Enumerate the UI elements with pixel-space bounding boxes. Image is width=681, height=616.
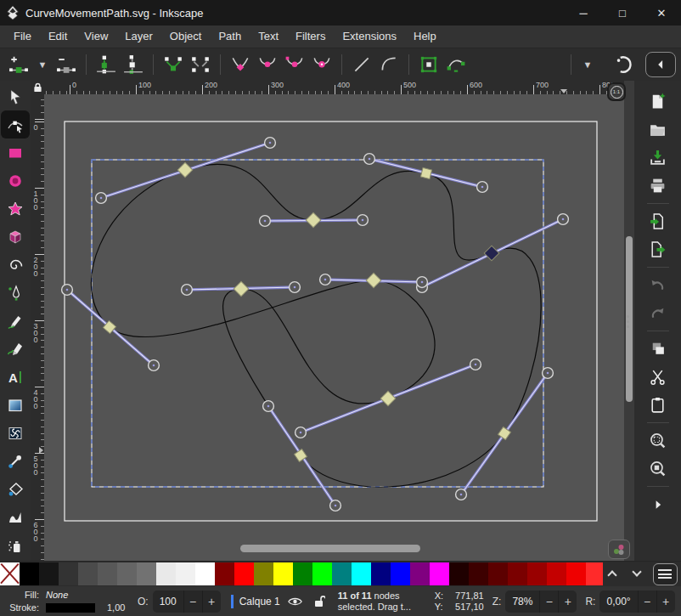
menu-item-text[interactable]: Text <box>250 25 287 48</box>
palette-swatch[interactable] <box>488 562 508 585</box>
palette-swatch[interactable] <box>547 562 566 585</box>
menu-item-file[interactable]: File <box>5 25 40 48</box>
delete-node-button[interactable] <box>53 51 80 78</box>
new-document-button[interactable] <box>644 88 673 116</box>
insert-node-button[interactable] <box>5 51 32 78</box>
opacity-spinbox[interactable]: 100 − + <box>153 591 221 613</box>
tool-3d-box[interactable] <box>1 223 30 251</box>
print-button[interactable] <box>644 172 673 200</box>
palette-scroll-up-button[interactable] <box>603 564 622 585</box>
redo-button[interactable] <box>644 299 673 327</box>
ruler-lock-toggle[interactable] <box>31 81 44 94</box>
palette-swatch[interactable] <box>371 562 391 585</box>
collapse-panel-button[interactable] <box>645 52 676 77</box>
palette-swatch[interactable] <box>410 562 430 585</box>
palette-menu-button[interactable] <box>653 563 678 585</box>
palette-swatch[interactable] <box>273 562 293 585</box>
drawing-canvas[interactable] <box>44 94 624 561</box>
maximize-button[interactable]: □ <box>603 0 642 25</box>
palette-swatch[interactable] <box>312 562 332 585</box>
node-auto-smooth-button[interactable] <box>308 51 335 78</box>
more-options-dropdown[interactable]: ▼ <box>577 51 598 78</box>
break-nodes-button[interactable] <box>120 51 147 78</box>
palette-swatch[interactable] <box>59 562 78 585</box>
undo-button[interactable] <box>644 271 673 299</box>
palette-swatch[interactable] <box>254 562 273 585</box>
segment-curve-button[interactable] <box>375 51 402 78</box>
cut-button[interactable] <box>644 363 673 391</box>
palette-swatch[interactable] <box>469 562 488 585</box>
menu-item-layer[interactable]: Layer <box>116 25 161 48</box>
tool-ellipse[interactable] <box>1 167 30 195</box>
layer-visibility-toggle[interactable] <box>286 592 305 611</box>
show-transform-handles-button[interactable] <box>610 51 637 78</box>
layer-lock-toggle[interactable] <box>311 592 329 611</box>
palette-swatch[interactable] <box>137 562 156 585</box>
palette-swatch[interactable] <box>0 562 20 585</box>
tool-spray[interactable] <box>1 531 30 559</box>
node-corner-button[interactable] <box>227 51 254 78</box>
zoom-selection-button[interactable] <box>644 427 673 455</box>
palette-swatch[interactable] <box>176 562 195 585</box>
menu-item-object[interactable]: Object <box>161 25 211 48</box>
tool-text[interactable]: A <box>1 363 30 391</box>
palette-swatch[interactable] <box>527 562 547 585</box>
insert-node-options-dropdown[interactable]: ▼ <box>32 51 53 78</box>
more-commands-button[interactable] <box>644 490 673 518</box>
menu-item-help[interactable]: Help <box>405 25 445 48</box>
object-to-path-button[interactable] <box>415 51 442 78</box>
horizontal-ruler[interactable]: 0100200300400500600700800 <box>44 81 624 94</box>
palette-swatch[interactable] <box>391 562 410 585</box>
stroke-color-swatch[interactable] <box>46 603 95 613</box>
tool-pencil[interactable] <box>1 307 30 335</box>
tool-dropper[interactable] <box>1 447 30 475</box>
flatten-curves-button[interactable] <box>442 51 470 78</box>
tool-star[interactable] <box>1 195 30 223</box>
join-nodes-button[interactable] <box>93 51 120 78</box>
panel-grip[interactable] <box>627 315 629 328</box>
import-button[interactable] <box>644 207 673 235</box>
palette-swatch[interactable] <box>78 562 98 585</box>
delete-segment-button[interactable] <box>187 51 214 78</box>
vertical-scrollbar[interactable] <box>624 81 634 561</box>
palette-swatch[interactable] <box>215 562 234 585</box>
palette-swatch[interactable] <box>586 562 603 585</box>
zoom-1-1-button[interactable]: 1:1 <box>607 82 626 101</box>
rotation-value[interactable]: 0,00° <box>599 596 637 608</box>
tool-pen[interactable] <box>1 279 30 307</box>
palette-swatch[interactable] <box>332 562 352 585</box>
fill-stroke-indicator[interactable]: Fill: None Stroke: 1,00 <box>3 589 129 613</box>
palette-swatch[interactable] <box>508 562 527 585</box>
menu-item-edit[interactable]: Edit <box>40 25 76 48</box>
tool-rectangle[interactable] <box>1 138 30 167</box>
node-symmetric-button[interactable] <box>281 51 308 78</box>
paste-button[interactable] <box>644 391 673 419</box>
zoom-drawing-button[interactable] <box>644 455 673 483</box>
path-node[interactable] <box>420 167 431 178</box>
tool-tweak[interactable] <box>1 503 30 531</box>
zoom-value[interactable]: 78% <box>505 596 539 608</box>
palette-swatch[interactable] <box>98 562 117 585</box>
palette-swatch[interactable] <box>449 562 469 585</box>
menu-item-path[interactable]: Path <box>210 25 250 48</box>
palette-swatch[interactable] <box>352 562 371 585</box>
palette-swatch[interactable] <box>430 562 449 585</box>
tool-calligraphy[interactable] <box>1 335 30 363</box>
horizontal-scrollbar[interactable] <box>240 545 420 552</box>
palette-swatch[interactable] <box>234 562 254 585</box>
node-smooth-button[interactable] <box>254 51 281 78</box>
palette-swatch[interactable] <box>195 562 215 585</box>
open-document-button[interactable] <box>644 116 673 144</box>
tool-gradient[interactable] <box>1 391 30 419</box>
vertical-ruler[interactable]: 0100200300400500600 <box>31 94 44 561</box>
export-button[interactable] <box>644 235 673 263</box>
tool-spiral[interactable] <box>1 251 30 279</box>
tool-selector[interactable] <box>1 82 30 110</box>
segment-line-button[interactable] <box>348 51 375 78</box>
opacity-value[interactable]: 100 <box>153 596 183 608</box>
zoom-increase-button[interactable]: + <box>558 591 577 613</box>
snap-controls-button[interactable] <box>608 540 630 559</box>
rotation-decrease-button[interactable]: − <box>638 591 656 613</box>
menu-item-extensions[interactable]: Extensions <box>334 25 405 48</box>
stroke-width-value[interactable]: 1,00 <box>107 602 125 613</box>
